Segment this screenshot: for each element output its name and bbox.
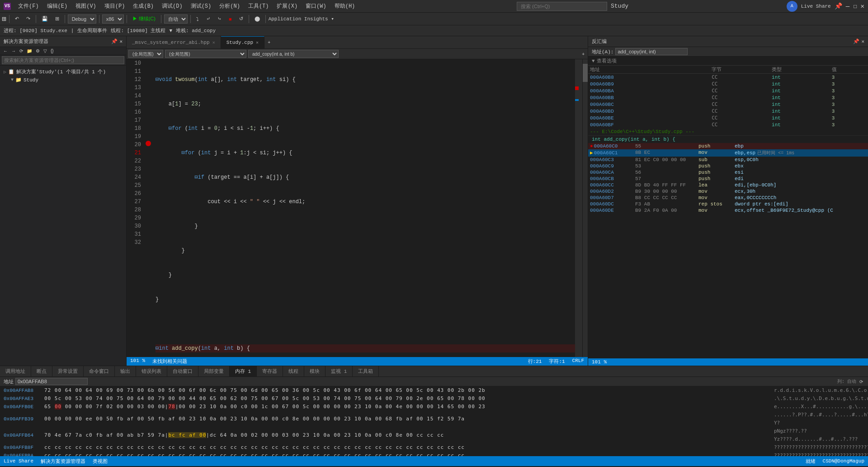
tab-study-cpp[interactable]: Study.cpp ✕ <box>221 36 264 48</box>
user-avatar[interactable]: A <box>787 1 797 12</box>
startup-dropdown[interactable]: 自动 <box>164 14 188 24</box>
maximize-btn[interactable]: ☐ <box>853 2 857 10</box>
memory-refresh-btn[interactable]: ⟳ <box>858 379 864 385</box>
close-btn[interactable]: ✕ <box>861 2 864 10</box>
search-input[interactable] <box>517 2 607 11</box>
step-out-btn[interactable]: ⤷ <box>215 15 224 23</box>
save-all-btn[interactable]: ⊞ <box>52 15 62 23</box>
bottom-tab-输出[interactable]: 输出 <box>115 366 136 376</box>
nav-dropdown[interactable]: (全局范围) <box>165 50 246 58</box>
solution-root-item[interactable]: ▷ 📋 解决方案'Study'(1 个项目/共 1 个) <box>0 67 126 76</box>
filter-icon[interactable]: ▼ <box>169 28 172 33</box>
menu-project[interactable]: 项目(P) <box>101 1 129 11</box>
solution-explorer-status[interactable]: 解决方案资源管理器 <box>41 458 85 465</box>
bottom-tab-断点[interactable]: 断点 <box>31 366 52 376</box>
disasm-addr-input[interactable] <box>615 48 688 55</box>
class-view-status[interactable]: 类视图 <box>93 458 108 465</box>
disasm-pin-icon[interactable]: 📌 <box>853 38 859 44</box>
close-panel-icon[interactable]: ✕ <box>119 38 123 44</box>
scope-dropdown[interactable]: (全局范围) <box>128 50 163 58</box>
breakpoint-btn[interactable]: ⬤ <box>252 15 263 23</box>
project-title: Study <box>611 3 628 10</box>
process-label[interactable]: 进程: [9020] Study.exe <box>4 27 67 34</box>
menu-test[interactable]: 测试(S) <box>187 1 215 11</box>
stack-label[interactable]: 堆栈: add_copy <box>176 27 216 34</box>
show-files-btn[interactable]: 📁 <box>25 48 33 54</box>
events-btn[interactable]: 生命周期事件 <box>77 27 107 34</box>
menu-view[interactable]: 视图(V) <box>72 1 100 11</box>
git-btn[interactable]: {} <box>49 48 55 54</box>
memory-addr-input[interactable] <box>15 378 88 385</box>
bottom-tab-模块[interactable]: 模块 <box>304 366 326 376</box>
menu-window[interactable]: 窗口(W) <box>302 1 330 11</box>
config-dropdown[interactable]: Debug <box>68 14 96 24</box>
tab-study-close[interactable]: ✕ <box>256 40 259 45</box>
scrollbar-thumb[interactable] <box>583 64 588 82</box>
pin-icon[interactable]: 📌 <box>835 2 842 10</box>
live-share-status[interactable]: Live Share <box>4 458 33 464</box>
bottom-tab-内存-1[interactable]: 内存 1 <box>230 366 257 376</box>
char-info: 字符:1 <box>549 358 565 365</box>
pin-panel-icon[interactable]: 📌 <box>111 38 118 44</box>
bottom-tab-寄存器[interactable]: 寄存器 <box>257 366 283 376</box>
code-line-20 <box>156 320 575 328</box>
code-text[interactable]: ⊟void twosum(int a[], int target, int si… <box>152 59 575 357</box>
live-share-btn[interactable]: Live Share <box>801 4 831 9</box>
tab-msvc-close[interactable]: ✕ <box>212 40 215 45</box>
props-btn[interactable]: ⚙ <box>34 48 41 54</box>
watch-val-cell: 3 <box>830 87 868 94</box>
project-item[interactable]: ▼ 📁 Study <box>0 76 126 84</box>
bottom-tab-异常设置[interactable]: 异常设置 <box>52 366 84 376</box>
add-watch-btn[interactable]: + <box>580 51 586 57</box>
bottom-tab-局部变量[interactable]: 局部变量 <box>198 366 230 376</box>
code-editor[interactable]: 10 11 12 13 14 15 16 17 18 19 20 21 22 2… <box>127 59 588 357</box>
menu-build[interactable]: 生成(B) <box>129 1 157 11</box>
disasm-addr: ●000A60C0 <box>588 143 633 149</box>
mem-ascii-cell: ......?.P??.#..#....?.....#...h??.??Y? <box>774 411 864 427</box>
menu-debug[interactable]: 调试(D) <box>158 1 186 11</box>
menu-edit[interactable]: 编辑(E) <box>43 1 71 11</box>
bottom-tab-调用地址[interactable]: 调用地址 <box>0 366 31 376</box>
redo-btn[interactable]: ↷ <box>24 15 33 23</box>
ops-text: dword ptr es:[edi] <box>735 201 788 207</box>
continue-btn[interactable]: ▶ 继续(C) <box>130 14 158 23</box>
editor-toolbar: (全局范围) (全局范围) add_copy(int a, int b) + <box>127 49 588 59</box>
tab-msvc[interactable]: _msvc_system_error_abi.hpp ✕ <box>127 36 221 48</box>
bottom-tab-线程[interactable]: 线程 <box>283 366 304 376</box>
undo-btn[interactable]: ↶ <box>12 15 22 23</box>
step-over-btn[interactable]: ⤵ <box>193 15 202 23</box>
solution-search-input[interactable] <box>2 56 124 64</box>
menu-help[interactable]: 帮助(H) <box>331 1 359 11</box>
thread-label[interactable]: 线程: [19080] 主线程 <box>111 27 165 34</box>
bottom-tab-工具箱[interactable]: 工具箱 <box>353 366 379 376</box>
restart-btn[interactable]: ↺ <box>236 15 246 23</box>
filter-btn[interactable]: ▽ <box>42 48 48 54</box>
menu-file[interactable]: 文件(F) <box>14 1 42 11</box>
bottom-tab-监视-1[interactable]: 监视 1 <box>326 366 353 376</box>
menu-analyze[interactable]: 分析(N) <box>216 1 244 11</box>
function-dropdown[interactable]: add_copy(int a, int b) <box>248 50 339 58</box>
save-btn[interactable]: 💾 <box>39 15 51 23</box>
sync-btn[interactable]: ⟳ <box>18 48 24 54</box>
watch-row: 000A60B8 CC int 3 <box>588 74 868 81</box>
disasm-scroll[interactable]: ●000A60C0 55 push ebp▶000A60C1 8B EC mov… <box>588 143 868 358</box>
disasm-bytes: B9 2A F0 0A 00 <box>633 207 697 214</box>
bottom-tab-自动窗口[interactable]: 自动窗口 <box>167 366 198 376</box>
editor-scrollbar[interactable] <box>582 59 588 357</box>
forward-btn[interactable]: → <box>10 48 17 54</box>
back-btn[interactable]: ← <box>2 48 9 54</box>
scroll-markers <box>575 59 582 357</box>
bottom-tab-错误列表[interactable]: 错误列表 <box>136 366 167 376</box>
code-line-19: } <box>156 295 575 304</box>
step-into-btn[interactable]: ⤶ <box>203 15 213 23</box>
stop-btn[interactable]: ■ <box>226 15 235 23</box>
breakpoint-marker-21[interactable] <box>146 141 151 146</box>
platform-dropdown[interactable]: x86 <box>102 14 124 24</box>
add-tab-btn[interactable]: + <box>266 36 272 48</box>
disasm-close-icon[interactable]: ✕ <box>861 38 864 44</box>
menu-extensions[interactable]: 扩展(X) <box>273 1 301 11</box>
watch-expand-icon[interactable]: ▼ <box>592 58 595 64</box>
menu-tools[interactable]: 工具(T) <box>245 1 273 11</box>
minimize-btn[interactable]: — <box>846 3 849 10</box>
bottom-tab-命令窗口[interactable]: 命令窗口 <box>84 366 115 376</box>
